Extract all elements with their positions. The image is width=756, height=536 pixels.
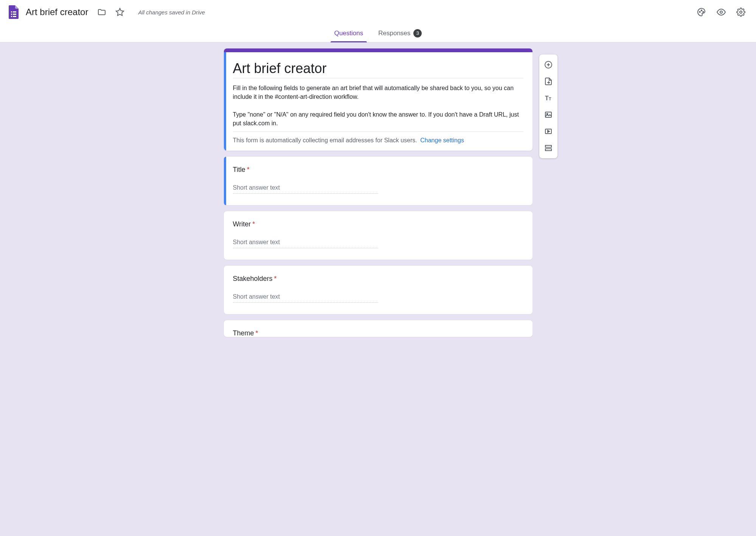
question-label[interactable]: Writer* <box>233 220 523 228</box>
form-header-card[interactable]: Art brief creator Fill in the following … <box>224 48 532 151</box>
add-title-button[interactable]: T T <box>540 90 557 106</box>
answer-input[interactable]: Short answer text <box>233 184 378 194</box>
answer-input[interactable]: Short answer text <box>233 293 378 303</box>
question-label[interactable]: Theme* <box>233 329 523 337</box>
svg-rect-4 <box>11 16 12 17</box>
svg-rect-3 <box>13 14 16 15</box>
svg-rect-5 <box>13 16 16 17</box>
form-description[interactable]: Fill in the following fields to generate… <box>233 84 523 132</box>
question-card[interactable]: Title* Short answer text <box>224 157 532 205</box>
add-question-button[interactable] <box>540 57 557 73</box>
document-title[interactable]: Art brief creator <box>26 7 88 17</box>
save-status: All changes saved in Drive <box>138 9 205 16</box>
svg-rect-17 <box>545 112 551 117</box>
svg-point-9 <box>720 11 722 13</box>
svg-rect-1 <box>13 11 16 12</box>
required-star-icon: * <box>274 275 277 282</box>
form-notice-text: This form is automatically collecting em… <box>233 137 417 143</box>
svg-point-7 <box>701 10 702 11</box>
settings-icon[interactable] <box>732 3 750 21</box>
forms-logo-icon[interactable] <box>6 5 21 20</box>
svg-point-6 <box>699 11 700 12</box>
answer-input[interactable]: Short answer text <box>233 239 378 248</box>
add-image-button[interactable] <box>540 107 557 123</box>
question-card[interactable]: Theme* <box>224 320 532 337</box>
svg-text:T: T <box>545 95 549 101</box>
svg-rect-2 <box>11 14 12 15</box>
question-label[interactable]: Stakeholders* <box>233 275 523 283</box>
svg-text:T: T <box>549 97 551 101</box>
tabs-row: Questions Responses 3 <box>0 24 756 42</box>
svg-point-8 <box>703 11 704 12</box>
response-count-badge: 3 <box>413 29 422 37</box>
import-questions-button[interactable] <box>540 73 557 89</box>
tab-questions[interactable]: Questions <box>327 24 371 42</box>
add-video-button[interactable] <box>540 123 557 139</box>
svg-rect-20 <box>545 145 551 147</box>
required-star-icon: * <box>247 166 250 173</box>
change-settings-link[interactable]: Change settings <box>420 137 464 143</box>
required-star-icon: * <box>256 329 258 337</box>
form-email-notice: This form is automatically collecting em… <box>233 137 523 144</box>
app-header: Art brief creator All changes saved in D… <box>0 0 756 24</box>
add-section-button[interactable] <box>540 140 557 156</box>
form-title[interactable]: Art brief creator <box>233 61 523 78</box>
question-toolbar: T T <box>539 55 557 158</box>
folder-icon[interactable] <box>93 3 111 21</box>
svg-rect-0 <box>11 11 12 12</box>
question-label[interactable]: Title* <box>233 166 523 174</box>
tab-responses[interactable]: Responses 3 <box>371 24 429 42</box>
star-icon[interactable] <box>111 3 129 21</box>
tab-responses-label: Responses <box>378 30 410 37</box>
preview-icon[interactable] <box>712 3 730 21</box>
question-card[interactable]: Stakeholders* Short answer text <box>224 266 532 314</box>
svg-point-10 <box>740 11 742 13</box>
customize-theme-icon[interactable] <box>692 3 711 21</box>
svg-rect-21 <box>545 149 551 151</box>
question-card[interactable]: Writer* Short answer text <box>224 211 532 260</box>
required-star-icon: * <box>252 220 255 228</box>
